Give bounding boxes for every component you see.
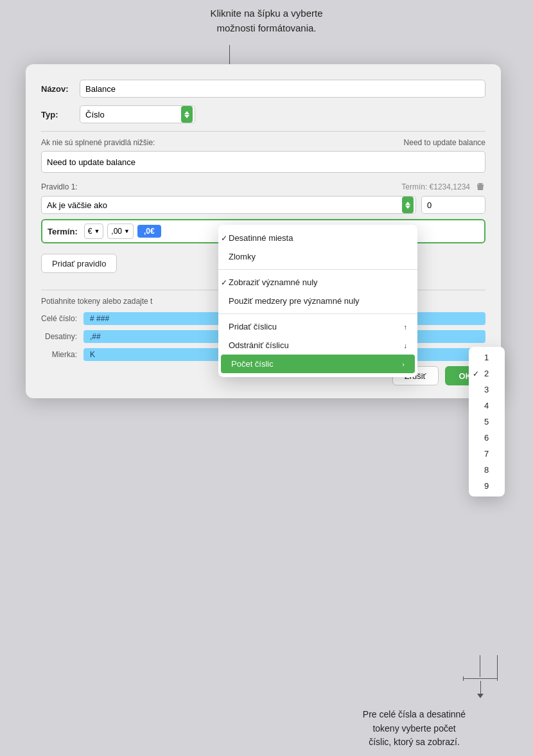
warning-input[interactable] [41,151,485,173]
rule-label: Pravidlo 1: [41,182,78,191]
rule-value-input[interactable] [421,196,485,214]
annotation-bottom: Pre celé čísla a desatinné tokeny vybert… [308,708,520,750]
typ-select-wrapper: Číslo [80,105,195,123]
menu-item-pouzit[interactable]: Použiť medzery pre významné nuly [218,292,417,310]
submenu-item-4[interactable]: 4 [469,398,505,414]
rule-header: Pravidlo 1: Termín: €1234,1234 [41,182,485,192]
submenu-item-3[interactable]: 3 [469,382,505,398]
termin-label: Termín: [48,227,78,236]
nazov-input[interactable] [80,80,485,98]
menu-item-zobrazit[interactable]: Zobraziť významné nuly [218,273,417,292]
rule-meta-text: Termín: €1234,1234 [401,182,470,191]
rule-condition-select[interactable]: Ak je väčšie ako [41,196,416,214]
menu-item-pouzit-label: Použiť medzery pre významné nuly [229,296,360,306]
menu-item-odstranit-label: Odstrániť číslicu [229,340,289,350]
submenu-item-5[interactable]: 5 [469,414,505,430]
menu-item-zobrazit-label: Zobraziť významné nuly [229,277,318,287]
menu-item-pocet[interactable]: Počet číslic › [221,355,415,373]
divider-1 [41,131,485,132]
pocet-arrow: › [402,360,405,368]
annotation-line2: možnosti formátovania. [216,22,316,33]
rule-meta: Termín: €1234,1234 [401,182,485,192]
submenu-item-7[interactable]: 7 [469,446,505,462]
token-desatiny-label: Desatiny: [41,332,77,341]
termin-currency-value: € [88,227,92,236]
typ-row: Typ: Číslo [41,105,485,123]
termin-currency-dropdown[interactable]: € ▼ [84,224,104,239]
annotation-top: Kliknite na šípku a vyberte možnosti for… [0,6,533,35]
warning-row: Ak nie sú splnené pravidlá nižšie: Need … [41,138,485,147]
typ-label: Typ: [41,110,80,119]
typ-select[interactable]: Číslo [80,105,195,123]
submenu-item-8[interactable]: 8 [469,462,505,478]
submenu-item-9[interactable]: 9 [469,478,505,494]
termin-currency-chevron: ▼ [94,228,100,234]
bracket-annotation [463,655,498,698]
warning-value-display: Need to update balance [404,138,485,147]
pridat-shortcut: ↑ [404,323,408,331]
annotation-line1: Kliknite na šípku a vyberte [210,8,322,19]
add-rule-button[interactable]: Pridať pravidlo [41,254,117,273]
annotation-bottom-line2: tokeny vyberte počet [372,723,455,734]
add-rule-label: Pridať pravidlo [52,259,106,268]
submenu-item-2[interactable]: 2 [469,365,505,382]
trash-icon[interactable] [475,182,485,192]
nazov-row: Názov: [41,80,485,98]
menu-item-zlomky-label: Zlomky [229,252,256,261]
termin-value-box[interactable]: ,0€ [137,225,161,238]
token-cele-label: Celé číslo: [41,314,77,323]
menu-item-odstranit[interactable]: Odstrániť číslicu ↓ [218,336,417,355]
token-mierka-label: Mierka: [41,350,77,359]
rule-condition-stepper[interactable] [402,197,414,213]
submenu-item-1[interactable]: 1 [469,349,505,365]
submenu-item-6[interactable]: 6 [469,430,505,446]
menu-sep-2 [218,313,417,314]
submenu-pocet: 1 2 3 4 5 6 7 8 9 [469,347,505,497]
menu-item-desatinne-label: Desatinné miesta [229,233,293,243]
rule-condition-wrapper: Ak je väčšie ako [41,196,416,214]
annotation-bottom-line3: číslic, ktorý sa zobrazí. [369,737,460,747]
menu-sep-1 [218,269,417,270]
menu-item-zlomky[interactable]: Zlomky [218,247,417,266]
format-menu: Desatinné miesta Zlomky Zobraziť významn… [218,225,417,377]
termin-value: ,0€ [144,227,155,236]
termin-format-dropdown[interactable]: ,00 ▼ [107,224,134,239]
rule-row: Ak je väčšie ako [41,196,485,214]
menu-item-pocet-label: Počet číslic [231,359,274,369]
termin-format-chevron: ▼ [124,228,130,234]
menu-item-pridat[interactable]: Pridať číslicu ↑ [218,317,417,336]
nazov-label: Názov: [41,84,80,94]
termin-format-value: ,00 [111,227,122,236]
odstranit-shortcut: ↓ [404,342,408,349]
annotation-bottom-line1: Pre celé čísla a desatinné [363,709,466,719]
menu-item-pridat-label: Pridať číslicu [229,322,277,331]
menu-item-desatinne[interactable]: Desatinné miesta [218,229,417,247]
typ-stepper[interactable] [181,106,193,123]
warning-section-label: Ak nie sú splnené pravidlá nižšie: [41,138,155,147]
